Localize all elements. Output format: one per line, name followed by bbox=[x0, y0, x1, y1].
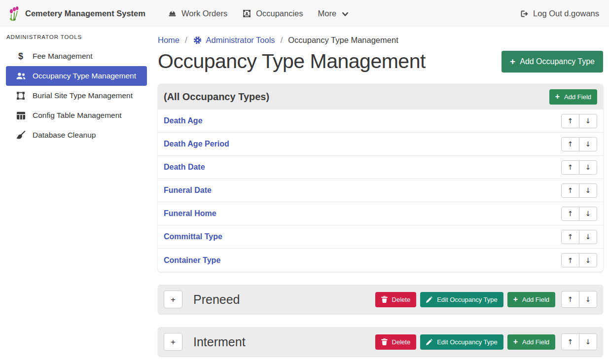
nav-work-orders[interactable]: Work Orders bbox=[160, 4, 235, 23]
field-row: Death Age ↑ ↓ bbox=[158, 109, 603, 133]
plus-icon: + bbox=[510, 59, 515, 65]
edit-occupancy-type-button[interactable]: Edit Occupancy Type bbox=[420, 292, 503, 307]
logout-link[interactable]: Log Out d.gowans bbox=[517, 4, 601, 23]
field-link-death-date[interactable]: Death Date bbox=[164, 163, 205, 172]
move-down-button[interactable]: ↓ bbox=[579, 207, 597, 221]
reorder-controls: ↑ ↓ bbox=[561, 183, 597, 198]
arrow-up-icon: ↑ bbox=[568, 186, 573, 194]
field-row: Container Type ↑ ↓ bbox=[158, 249, 603, 272]
move-up-button[interactable]: ↑ bbox=[561, 333, 579, 350]
field-link-death-age-period[interactable]: Death Age Period bbox=[164, 140, 229, 148]
sidebar-item-config-table-management[interactable]: Config Table Management bbox=[6, 106, 147, 125]
breadcrumb-admin-tools[interactable]: Administrator Tools bbox=[193, 36, 275, 45]
arrow-down-icon: ↓ bbox=[585, 338, 591, 346]
breadcrumb-home-label: Home bbox=[158, 36, 179, 45]
section-preneed: + Preneed Delete bbox=[158, 285, 603, 314]
top-navbar: Cemetery Management System Work Orders bbox=[0, 0, 609, 27]
add-field-button[interactable]: + Add Field bbox=[549, 89, 597, 105]
reorder-controls: ↑ ↓ bbox=[561, 291, 597, 308]
chevron-down-icon bbox=[342, 11, 349, 17]
all-occupancy-types-header: (All Occupancy Types) + Add Field bbox=[158, 84, 603, 109]
move-down-button[interactable]: ↓ bbox=[579, 291, 597, 308]
arrow-up-icon: ↑ bbox=[568, 117, 573, 125]
move-down-button[interactable]: ↓ bbox=[579, 333, 597, 350]
expand-section-button[interactable]: + bbox=[164, 291, 182, 308]
move-down-button[interactable]: ↓ bbox=[579, 253, 597, 267]
sidebar-item-label: Burial Site Type Management bbox=[33, 91, 133, 100]
sidebar-item-burial-site-type-management[interactable]: Burial Site Type Management bbox=[6, 86, 147, 106]
add-field-label: Add Field bbox=[522, 338, 549, 346]
breadcrumb-home[interactable]: Home bbox=[158, 36, 179, 45]
move-up-button[interactable]: ↑ bbox=[561, 114, 579, 128]
section-actions: Delete Edit Occupancy Type + Add Field bbox=[375, 291, 597, 308]
add-field-button[interactable]: + Add Field bbox=[507, 334, 555, 350]
move-up-button[interactable]: ↑ bbox=[561, 253, 579, 267]
field-link-container-type[interactable]: Container Type bbox=[164, 256, 220, 265]
sidebar-item-label: Config Table Management bbox=[33, 111, 122, 120]
arrow-up-icon: ↑ bbox=[568, 233, 573, 241]
plus-icon: + bbox=[513, 296, 518, 302]
plus-icon: + bbox=[555, 94, 560, 100]
broom-icon bbox=[15, 131, 26, 140]
all-occupancy-types-title: (All Occupancy Types) bbox=[164, 91, 269, 103]
move-up-button[interactable]: ↑ bbox=[561, 183, 579, 198]
occupancy-frame-icon bbox=[242, 9, 251, 18]
section-actions: Delete Edit Occupancy Type + Add Field bbox=[375, 333, 597, 350]
move-up-button[interactable]: ↑ bbox=[561, 230, 579, 244]
move-up-button[interactable]: ↑ bbox=[561, 137, 579, 151]
vector-square-icon bbox=[15, 91, 26, 100]
reorder-controls: ↑ ↓ bbox=[561, 114, 597, 128]
arrow-up-icon: ↑ bbox=[568, 210, 573, 218]
move-down-button[interactable]: ↓ bbox=[579, 137, 597, 151]
pencil-icon bbox=[426, 339, 432, 345]
arrow-up-icon: ↑ bbox=[568, 295, 573, 303]
edit-occupancy-type-button[interactable]: Edit Occupancy Type bbox=[420, 334, 503, 350]
expand-section-button[interactable]: + bbox=[164, 333, 182, 351]
sidebar-item-label: Database Cleanup bbox=[33, 131, 96, 140]
sidebar-item-database-cleanup[interactable]: Database Cleanup bbox=[6, 125, 147, 145]
add-occupancy-type-button[interactable]: + Add Occupancy Type bbox=[502, 51, 603, 73]
nav-occupancies[interactable]: Occupancies bbox=[235, 4, 310, 23]
field-row: Funeral Date ↑ ↓ bbox=[158, 179, 603, 202]
trash-icon bbox=[381, 296, 388, 303]
move-down-button[interactable]: ↓ bbox=[579, 230, 597, 244]
field-link-funeral-home[interactable]: Funeral Home bbox=[164, 209, 216, 218]
field-row: Funeral Home ↑ ↓ bbox=[158, 202, 603, 225]
section-interment: + Interment Delete bbox=[158, 327, 603, 357]
reorder-controls: ↑ ↓ bbox=[561, 160, 597, 175]
field-link-funeral-date[interactable]: Funeral Date bbox=[164, 186, 212, 195]
field-link-committal-type[interactable]: Committal Type bbox=[164, 232, 222, 241]
logout-icon bbox=[519, 9, 529, 18]
field-link-death-age[interactable]: Death Age bbox=[164, 116, 203, 125]
edit-occupancy-type-label: Edit Occupancy Type bbox=[437, 296, 498, 303]
sidebar-item-fee-management[interactable]: $ Fee Management bbox=[6, 46, 147, 66]
reorder-controls: ↑ ↓ bbox=[561, 137, 597, 151]
nav-more[interactable]: More bbox=[311, 4, 357, 23]
sidebar-item-label: Fee Management bbox=[33, 52, 93, 61]
dollar-icon: $ bbox=[15, 51, 26, 62]
move-down-button[interactable]: ↓ bbox=[579, 160, 597, 175]
field-row: Committal Type ↑ ↓ bbox=[158, 225, 603, 249]
breadcrumb-separator: / bbox=[281, 36, 283, 45]
delete-button[interactable]: Delete bbox=[375, 292, 417, 307]
add-occupancy-type-label: Add Occupancy Type bbox=[520, 57, 595, 66]
move-up-button[interactable]: ↑ bbox=[561, 291, 579, 308]
sidebar-item-occupancy-type-management[interactable]: Occupancy Type Management bbox=[6, 66, 147, 86]
field-row: Death Date ↑ ↓ bbox=[158, 156, 603, 179]
move-up-button[interactable]: ↑ bbox=[561, 207, 579, 221]
nav-work-orders-label: Work Orders bbox=[181, 9, 227, 18]
reorder-controls: ↑ ↓ bbox=[561, 230, 597, 244]
move-down-button[interactable]: ↓ bbox=[579, 114, 597, 128]
app-brand[interactable]: Cemetery Management System bbox=[8, 6, 145, 21]
add-field-button[interactable]: + Add Field bbox=[507, 292, 555, 307]
arrow-down-icon: ↓ bbox=[585, 117, 591, 125]
delete-button[interactable]: Delete bbox=[375, 334, 417, 350]
arrow-down-icon: ↓ bbox=[585, 295, 591, 303]
plus-icon: + bbox=[513, 339, 518, 345]
sidebar-heading: Administrator Tools bbox=[6, 34, 147, 40]
nav-more-label: More bbox=[318, 9, 337, 18]
add-field-label: Add Field bbox=[522, 296, 549, 303]
move-down-button[interactable]: ↓ bbox=[579, 183, 597, 198]
reorder-controls: ↑ ↓ bbox=[561, 207, 597, 221]
move-up-button[interactable]: ↑ bbox=[561, 160, 579, 175]
